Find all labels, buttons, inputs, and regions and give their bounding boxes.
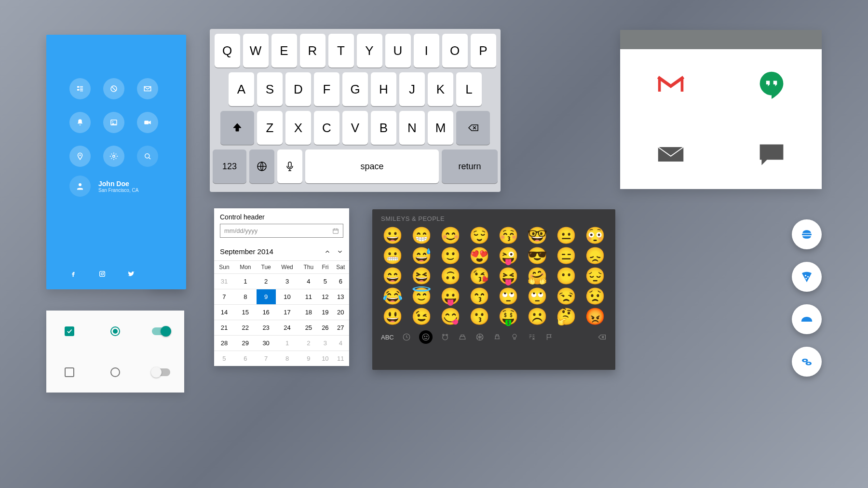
emoji[interactable]: 😒 [555, 288, 578, 304]
calendar-day[interactable]: 15 [234, 305, 257, 320]
calendar-day[interactable]: 14 [214, 305, 234, 320]
calendar-day[interactable]: 4 [299, 274, 319, 289]
recent-icon[interactable] [402, 332, 411, 342]
key-r[interactable]: R [300, 34, 326, 68]
mail-icon[interactable] [137, 78, 158, 99]
calendar-day[interactable]: 17 [276, 305, 299, 320]
emoji[interactable]: 😀 [381, 227, 404, 244]
emoji[interactable]: 😊 [439, 227, 462, 244]
emoji[interactable]: ☹️ [526, 308, 549, 325]
calendar-day[interactable]: 13 [332, 289, 349, 305]
emoji[interactable]: 🤔 [555, 308, 578, 325]
key-y[interactable]: Y [357, 34, 382, 68]
calendar-day[interactable]: 29 [234, 336, 257, 351]
emoji[interactable]: 😡 [583, 308, 607, 325]
emoji[interactable]: 😶 [555, 268, 578, 284]
key-w[interactable]: W [243, 34, 269, 68]
calendar-day[interactable]: 26 [318, 320, 332, 336]
key-l[interactable]: L [456, 72, 482, 106]
date-input[interactable]: mm/dd/yyyy [220, 224, 343, 238]
fab-pizza[interactable] [792, 262, 822, 292]
key-z[interactable]: Z [257, 111, 283, 145]
mail-icon[interactable] [620, 119, 721, 189]
abc-button[interactable]: ABC [381, 334, 394, 341]
emoji[interactable]: 😛 [439, 288, 462, 304]
emoji[interactable]: 😬 [381, 247, 404, 264]
fab-burger[interactable] [792, 219, 822, 249]
fab-taco[interactable] [792, 304, 822, 334]
emoji[interactable]: 😞 [583, 247, 607, 264]
shift-key[interactable] [220, 111, 254, 145]
emoji[interactable]: 😎 [526, 247, 549, 264]
emoji-backspace-icon[interactable] [597, 332, 607, 342]
smileys-icon[interactable] [419, 330, 433, 344]
key-i[interactable]: I [414, 34, 439, 68]
emoji[interactable]: 😃 [381, 308, 404, 325]
emoji[interactable]: 😚 [497, 227, 520, 244]
calendar-day[interactable]: 4 [332, 336, 349, 351]
twitter-icon[interactable] [127, 270, 135, 280]
emoji[interactable]: 😉 [410, 308, 433, 325]
key-x[interactable]: X [285, 111, 311, 145]
calendar-day[interactable]: 10 [318, 351, 332, 366]
list-icon[interactable] [69, 78, 91, 99]
key-b[interactable]: B [371, 111, 396, 145]
facebook-icon[interactable] [69, 270, 77, 280]
emoji[interactable]: 🙂 [439, 247, 462, 264]
pin-icon[interactable] [69, 146, 91, 167]
flags-icon[interactable] [544, 332, 554, 342]
calendar-day[interactable]: 1 [276, 336, 299, 351]
calendar-day[interactable]: 7 [214, 289, 234, 305]
prev-month-icon[interactable] [324, 248, 331, 255]
key-g[interactable]: G [342, 72, 368, 106]
calendar-day[interactable]: 30 [257, 336, 276, 351]
calendar-day[interactable]: 2 [299, 336, 319, 351]
emoji[interactable]: 🙃 [439, 268, 462, 284]
calendar-day[interactable]: 3 [318, 336, 332, 351]
key-t[interactable]: T [328, 34, 354, 68]
emoji[interactable]: 😙 [468, 288, 491, 304]
key-h[interactable]: H [371, 72, 396, 106]
emoji[interactable]: 😝 [497, 268, 520, 284]
instagram-icon[interactable] [98, 270, 106, 280]
key-f[interactable]: F [314, 72, 339, 106]
radio-unselected[interactable] [110, 367, 120, 377]
emoji[interactable]: 😇 [410, 288, 433, 304]
key-q[interactable]: Q [215, 34, 240, 68]
emoji[interactable]: 😘 [468, 268, 491, 284]
calendar-day[interactable]: 9 [299, 351, 319, 366]
fab-sushi[interactable] [792, 347, 822, 377]
video-icon[interactable] [137, 112, 158, 133]
calendar-day[interactable]: 31 [214, 274, 234, 289]
calendar-day[interactable]: 3 [276, 274, 299, 289]
emoji[interactable]: 😳 [583, 227, 607, 244]
emoji[interactable]: 😔 [583, 268, 607, 284]
calendar-day[interactable]: 5 [318, 274, 332, 289]
backspace-key[interactable] [456, 111, 490, 145]
symbols-icon[interactable] [527, 332, 537, 342]
emoji[interactable]: 😑 [555, 247, 578, 264]
key-e[interactable]: E [271, 34, 297, 68]
calendar-day[interactable]: 12 [318, 289, 332, 305]
calendar-day[interactable]: 7 [257, 351, 276, 366]
calendar-day[interactable]: 5 [214, 351, 234, 366]
calendar-day[interactable]: 11 [332, 351, 349, 366]
block-icon[interactable] [103, 78, 124, 99]
calendar-day[interactable]: 28 [214, 336, 234, 351]
image-icon[interactable] [103, 112, 124, 133]
emoji[interactable]: 😂 [381, 288, 404, 304]
key-u[interactable]: U [385, 34, 411, 68]
key-n[interactable]: N [399, 111, 425, 145]
key-c[interactable]: C [314, 111, 339, 145]
globe-key[interactable] [249, 149, 274, 183]
calendar-day[interactable]: 21 [214, 320, 234, 336]
calendar-day[interactable]: 24 [276, 320, 299, 336]
calendar-day[interactable]: 23 [257, 320, 276, 336]
calendar-day[interactable]: 19 [318, 305, 332, 320]
emoji[interactable]: 😆 [410, 268, 433, 284]
food-icon[interactable] [458, 332, 467, 342]
emoji[interactable]: 😁 [410, 227, 433, 244]
emoji[interactable]: 😗 [468, 308, 491, 325]
activity-icon[interactable] [475, 332, 485, 342]
switch-off[interactable] [152, 368, 170, 376]
